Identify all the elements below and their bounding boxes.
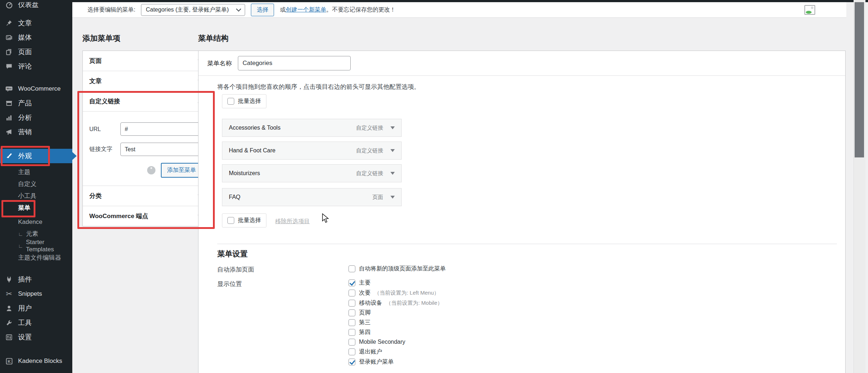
drag-hint-text: 将各个项目拖到您喜欢的顺序，点击项目右边的箭头可显示其他配置选项。: [217, 83, 420, 91]
chevron-down-icon[interactable]: [390, 172, 395, 175]
location-checkbox[interactable]: [349, 300, 355, 307]
location-fourth[interactable]: 第四: [349, 328, 371, 336]
sub-arrow-glyph: ∟: [18, 231, 23, 237]
sidebar-item-snippets[interactable]: ✂ Snippets: [0, 287, 72, 301]
accordion-pages[interactable]: 页面: [83, 51, 209, 71]
mouse-cursor: [321, 213, 330, 225]
sidebar-item-plugins[interactable]: 插件: [0, 272, 72, 287]
wordpress-menus-page: 仪表盘 文章 媒体 页面 评论 Woo WooCommerce: [0, 0, 868, 373]
analytics-icon: [5, 113, 13, 122]
sidebar-item-marketing[interactable]: 营销: [0, 125, 72, 139]
sidebar-item-settings[interactable]: 设置: [0, 330, 72, 344]
sidebar-sub-kadence[interactable]: Kadence: [0, 216, 72, 228]
menu-item-moisturizers[interactable]: Moisturizers 自定义链接: [222, 164, 402, 182]
sidebar-item-kadence-blocks[interactable]: K Kadence Blocks: [0, 354, 72, 368]
menu-select-dropdown[interactable]: Categories (主要, 登录账户菜单): [141, 4, 245, 16]
comments-icon: [5, 62, 13, 71]
image-placeholder-icon: [804, 5, 815, 15]
chevron-down-icon: [236, 6, 241, 11]
pages-icon: [5, 48, 13, 56]
sidebar-item-users[interactable]: 用户: [0, 301, 72, 316]
sidebar-sub-customize[interactable]: 自定义: [0, 178, 72, 190]
sidebar-item-label: 文章: [18, 18, 32, 28]
kadence-blocks-icon: K: [5, 357, 13, 365]
sidebar-sub-starter-templates[interactable]: ∟Starter Templates: [0, 240, 72, 252]
menu-name-label: 菜单名称: [207, 59, 232, 68]
auto-add-checkbox[interactable]: [349, 265, 355, 272]
location-checkbox[interactable]: [349, 348, 355, 355]
woocommerce-icon: Woo: [5, 84, 13, 93]
location-checkbox[interactable]: [349, 359, 355, 365]
admin-top-edge: [0, 0, 868, 2]
plugin-icon: [5, 275, 13, 284]
section-divider: [217, 244, 837, 244]
bulk-select-checkbox[interactable]: [227, 217, 234, 224]
remove-selected-link[interactable]: 移除所选项目: [275, 218, 310, 225]
sidebar-item-woocommerce[interactable]: Woo WooCommerce: [0, 82, 72, 96]
location-mobile-secondary[interactable]: Mobile Secondary: [349, 338, 405, 346]
sidebar-item-products[interactable]: 产品: [0, 96, 72, 110]
auto-add-pages-label: 自动添加页面: [217, 265, 254, 274]
location-checkbox[interactable]: [349, 319, 355, 326]
sidebar-sub-theme-editor[interactable]: 主题文件编辑器: [0, 252, 72, 264]
menu-item-faq[interactable]: FAQ 页面: [222, 188, 402, 206]
admin-sidebar: 仪表盘 文章 媒体 页面 评论 Woo WooCommerce: [0, 0, 72, 373]
menu-select-bar: 选择要编辑的菜单: Categories (主要, 登录账户菜单) 选择 或创建…: [72, 2, 846, 18]
sidebar-item-label: 页面: [18, 47, 32, 57]
location-checkbox[interactable]: [349, 279, 355, 286]
scissors-icon: ✂: [5, 290, 13, 298]
location-primary[interactable]: 主要: [349, 279, 371, 287]
menu-select-label: 选择要编辑的菜单:: [87, 6, 135, 14]
sidebar-item-label: 营销: [18, 127, 32, 137]
create-menu-text: 或创建一个新菜单。不要忘记保存您的更改！: [280, 6, 395, 14]
add-menu-items-title: 添加菜单项: [82, 33, 120, 43]
sub-arrow-glyph: ∟: [18, 243, 23, 249]
location-checkbox[interactable]: [349, 309, 355, 316]
chevron-down-icon[interactable]: [390, 149, 395, 152]
sidebar-item-posts[interactable]: 文章: [0, 16, 72, 30]
sidebar-item-label: 插件: [18, 275, 32, 284]
bulk-select-toggle[interactable]: 批量选择: [222, 94, 266, 108]
location-checkbox[interactable]: [349, 339, 355, 346]
annotation-box-custom-links: [77, 91, 215, 229]
auto-add-pages-option[interactable]: 自动将新的顶级页面添加至此菜单: [349, 265, 446, 273]
create-new-menu-link[interactable]: 创建一个新菜单: [286, 6, 326, 13]
tools-icon: [5, 318, 13, 327]
scrollbar-thumb[interactable]: [855, 2, 864, 157]
marketing-icon: [5, 128, 13, 136]
menu-name-input[interactable]: [238, 56, 351, 70]
location-mobile[interactable]: 移动设备 （当前设置为: Mobile）: [349, 299, 443, 307]
sidebar-item-pages[interactable]: 页面: [0, 45, 72, 59]
sidebar-item-label: 分析: [18, 113, 32, 122]
location-third[interactable]: 第三: [349, 318, 371, 326]
location-account-menu[interactable]: 登录账户菜单: [349, 358, 394, 366]
bulk-select-checkbox[interactable]: [227, 98, 234, 105]
location-footer[interactable]: 页脚: [349, 309, 371, 317]
sidebar-item-label: 工具: [18, 318, 32, 328]
chevron-down-icon[interactable]: [390, 126, 395, 129]
settings-icon: [5, 333, 13, 342]
accordion-posts[interactable]: 文章: [83, 71, 209, 91]
scrollbar[interactable]: [854, 0, 865, 373]
sidebar-item-media[interactable]: 媒体: [0, 30, 72, 45]
media-icon: [5, 33, 13, 42]
sidebar-item-label: 产品: [18, 99, 32, 108]
sidebar-item-tools[interactable]: 工具: [0, 316, 72, 330]
select-menu-button[interactable]: 选择: [251, 4, 274, 16]
location-checkbox[interactable]: [349, 290, 355, 296]
menu-structure-card: 菜单名称 将各个项目拖到您喜欢的顺序，点击项目右边的箭头可显示其他配置选项。 批…: [198, 51, 846, 373]
location-logout[interactable]: 退出账户: [349, 348, 382, 356]
sidebar-item-label: 用户: [18, 304, 32, 313]
chevron-down-icon[interactable]: [390, 196, 395, 199]
location-secondary[interactable]: 次要 （当前设置为: Left Menu）: [349, 289, 439, 297]
sidebar-sub-themes[interactable]: 主题: [0, 166, 72, 178]
menu-item-hand-foot-care[interactable]: Hand & Foot Care 自定义链接: [222, 142, 402, 160]
menu-item-accessories-tools[interactable]: Accessories & Tools 自定义链接: [222, 119, 402, 137]
users-icon: [5, 304, 13, 313]
sidebar-item-label: 评论: [18, 62, 32, 71]
location-checkbox[interactable]: [349, 329, 355, 336]
sidebar-item-comments[interactable]: 评论: [0, 59, 72, 74]
sidebar-sub-elements[interactable]: ∟元素: [0, 228, 72, 240]
bulk-select-toggle-bottom[interactable]: 批量选择: [222, 213, 266, 227]
sidebar-item-analytics[interactable]: 分析: [0, 110, 72, 125]
